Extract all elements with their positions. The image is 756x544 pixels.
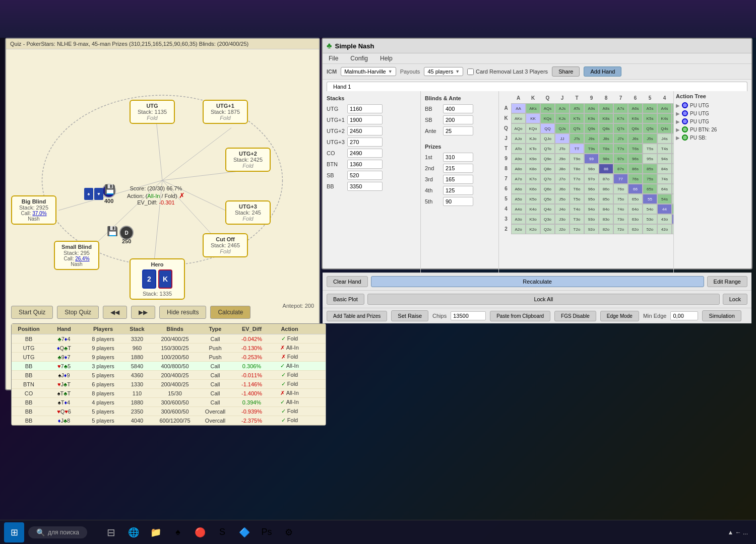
range-cell[interactable]: 82o	[599, 224, 613, 234]
range-cell[interactable]: K8s	[599, 113, 613, 123]
table-row[interactable]: CO ♠T♣T 8 players 110 15/30 Call -1.400%…	[12, 389, 326, 398]
range-cell[interactable]: QJo	[540, 133, 555, 144]
range-cell[interactable]: 99	[584, 154, 599, 164]
range-cell[interactable]: T4s	[657, 144, 672, 154]
range-cell[interactable]: J3o	[555, 214, 570, 224]
range-cell[interactable]: 73o	[613, 214, 628, 224]
range-cell[interactable]: 97s	[613, 154, 628, 164]
stack-input-sb[interactable]	[347, 171, 383, 180]
taskbar-app-3[interactable]: ♠	[168, 522, 188, 542]
range-cell[interactable]: J4o	[555, 204, 570, 214]
blind-input-ante[interactable]	[443, 126, 473, 135]
range-cell[interactable]: KJs	[555, 113, 570, 123]
prize-input-4[interactable]	[443, 186, 473, 195]
range-cell[interactable]: K8o	[526, 164, 540, 174]
prize-input-2[interactable]	[443, 164, 473, 173]
range-cell[interactable]: K2o	[526, 224, 540, 234]
blind-input-sb[interactable]	[443, 115, 473, 124]
share-button[interactable]: Share	[552, 66, 580, 77]
range-cell[interactable]: A2o	[511, 224, 526, 234]
taskbar-app-8[interactable]: ⚙	[279, 522, 299, 542]
range-cell[interactable]: Q5s	[643, 123, 657, 133]
range-cell[interactable]: Q7o	[540, 174, 555, 184]
range-cell[interactable]: 98s	[599, 154, 613, 164]
range-cell[interactable]: 62o	[628, 224, 643, 234]
table-row[interactable]: BB ♣7♦4 8 players 3320 200/400/25 Call -…	[12, 334, 326, 344]
table-row[interactable]: BB ♥Q♥6 5 players 2350 300/600/50 Overca…	[12, 407, 326, 416]
range-cell[interactable]: Q2o	[540, 224, 555, 234]
card-removal-checkbox[interactable]	[467, 69, 474, 75]
range-cell[interactable]: 75s	[643, 174, 657, 184]
range-cell[interactable]: K9s	[584, 113, 599, 123]
range-cell[interactable]: Q8o	[540, 164, 555, 174]
range-cell[interactable]: K6s	[628, 113, 643, 123]
range-cell[interactable]: J6o	[555, 184, 570, 194]
range-cell[interactable]: T6o	[570, 184, 584, 194]
range-cell[interactable]: K5s	[643, 113, 657, 123]
tree-item-2[interactable]: ▶ PU UTG	[676, 109, 749, 117]
stack-input-utg3[interactable]	[347, 138, 383, 147]
range-cell[interactable]: QTs	[570, 123, 584, 133]
range-cell[interactable]: K4s	[657, 113, 672, 123]
range-cell[interactable]: AKs	[526, 103, 540, 113]
range-cell[interactable]: 65o	[628, 194, 643, 204]
range-cell[interactable]: A7o	[511, 174, 526, 184]
range-cell[interactable]: 95s	[643, 154, 657, 164]
range-cell[interactable]: AA	[511, 103, 526, 113]
chips-input[interactable]	[451, 311, 486, 320]
range-cell[interactable]: T5s	[643, 144, 657, 154]
range-cell[interactable]: A4s	[657, 103, 672, 113]
range-cell[interactable]: QJs	[555, 123, 570, 133]
range-cell[interactable]: KK	[526, 113, 540, 123]
range-cell[interactable]: A9o	[511, 154, 526, 164]
range-cell[interactable]: A4o	[511, 204, 526, 214]
range-cell[interactable]: T8s	[599, 144, 613, 154]
taskbar-app-5[interactable]: S	[212, 522, 232, 542]
range-cell[interactable]: J8s	[599, 133, 613, 144]
range-cell[interactable]: 52o	[643, 224, 657, 234]
range-cell[interactable]: AJo	[511, 133, 526, 144]
range-cell[interactable]: AQo	[511, 123, 526, 133]
range-cell[interactable]: ATs	[570, 103, 584, 113]
range-cell[interactable]: 86o	[599, 184, 613, 194]
menu-help[interactable]: Help	[374, 53, 399, 63]
range-cell[interactable]: J5s	[643, 133, 657, 144]
range-cell[interactable]: 72o	[613, 224, 628, 234]
range-cell[interactable]: Q3o	[540, 214, 555, 224]
basic-plot-button[interactable]: Basic Plot	[327, 294, 364, 305]
range-cell[interactable]: Q4s	[657, 123, 672, 133]
range-cell[interactable]: Q7s	[613, 123, 628, 133]
range-cell[interactable]: 93o	[584, 214, 599, 224]
range-cell[interactable]: 66	[628, 184, 643, 194]
table-row[interactable]: BTN ♥J♣T 6 players 1330 200/400/25 Call …	[12, 380, 326, 389]
range-cell[interactable]: A8o	[511, 164, 526, 174]
calculate-button[interactable]: Calculate	[210, 306, 250, 319]
tree-item-4[interactable]: ▶ PU BTN: 26	[676, 125, 749, 133]
range-cell[interactable]: TT	[570, 144, 584, 154]
range-cell[interactable]: 74s	[657, 174, 672, 184]
search-bar[interactable]: 🔍 для поиска	[28, 526, 87, 538]
range-cell[interactable]: T2o	[570, 224, 584, 234]
range-cell[interactable]: JJ	[555, 133, 570, 144]
range-cell[interactable]: JTs	[570, 133, 584, 144]
min-edge-input[interactable]	[670, 311, 698, 320]
clear-hand-button[interactable]: Clear Hand	[327, 276, 368, 287]
range-cell[interactable]: 53o	[643, 214, 657, 224]
range-cell[interactable]: 44	[657, 204, 672, 214]
range-cell[interactable]: Q9s	[584, 123, 599, 133]
range-cell[interactable]: K9o	[526, 154, 540, 164]
range-cell[interactable]: 92o	[584, 224, 599, 234]
range-cell[interactable]: ATo	[511, 144, 526, 154]
menu-file[interactable]: File	[323, 53, 344, 63]
tree-item-5[interactable]: ▶ PU SB:	[676, 133, 749, 142]
taskbar-app-1[interactable]: 🌐	[123, 522, 144, 542]
range-cell[interactable]: Q4o	[540, 204, 555, 214]
range-cell[interactable]: 77	[613, 174, 628, 184]
stack-input-co[interactable]	[347, 149, 383, 158]
table-row[interactable]: BB ♥7♣5 3 players 5840 400/800/50 Call 0…	[12, 362, 326, 371]
range-cell[interactable]: 76o	[613, 184, 628, 194]
range-cell[interactable]: A5s	[643, 103, 657, 113]
range-cell[interactable]: 88	[599, 164, 613, 174]
range-cell[interactable]: T3o	[570, 214, 584, 224]
set-raise-button[interactable]: Set Raise	[391, 310, 428, 321]
